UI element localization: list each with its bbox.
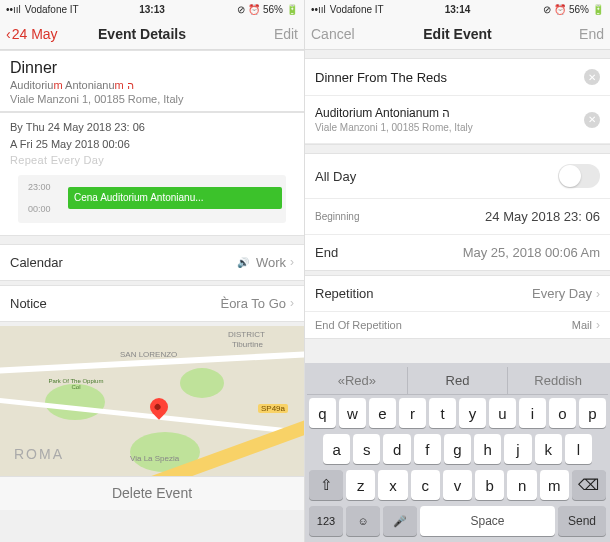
key-m[interactable]: m [540, 470, 569, 500]
suggestion-1[interactable]: «Red» [307, 367, 408, 394]
begin-row[interactable]: Beginning 24 May 2018 23: 06 [305, 198, 610, 234]
calendar-row[interactable]: Calendar 🔊Work› [0, 245, 304, 280]
keyboard-suggestions: «Red» Red Reddish [307, 367, 608, 395]
from-label: By Thu 24 May 2018 23: 06 [10, 119, 294, 136]
key-v[interactable]: v [443, 470, 472, 500]
clear-title-button[interactable]: ✕ [584, 69, 600, 85]
event-details-screen: ••ııl Vodafone IT 13:13 ⊘ ⏰ 56% 🔋 ‹ 24 M… [0, 0, 305, 542]
all-day-toggle[interactable] [558, 164, 600, 188]
end-row[interactable]: End May 25, 2018 00:06 Am [305, 234, 610, 270]
key-g[interactable]: g [444, 434, 471, 464]
map-neighborhood-2: Tiburtine [232, 340, 263, 349]
chevron-right-icon: › [596, 287, 600, 301]
key-p[interactable]: p [579, 398, 606, 428]
key-numbers[interactable]: 123 [309, 506, 343, 536]
end-label: End [315, 245, 338, 260]
done-button[interactable]: End [579, 26, 604, 42]
key-z[interactable]: z [346, 470, 375, 500]
key-d[interactable]: d [383, 434, 410, 464]
key-emoji[interactable]: ☺ [346, 506, 380, 536]
key-e[interactable]: e [369, 398, 396, 428]
map-preview[interactable]: ROMA SAN LORENZO DISTRICT Tiburtine SP49… [0, 326, 304, 476]
time-mark-2: 00:00 [28, 203, 51, 217]
all-day-label: All Day [315, 169, 356, 184]
key-shift[interactable]: ⇧ [309, 470, 343, 500]
suggestion-2[interactable]: Red [408, 367, 509, 394]
edit-event-screen: ••ııl Vodafone IT 13:14 ⊘ ⏰ 56% 🔋 Cancel… [305, 0, 610, 542]
nav-bar: Cancel Edit Event End [305, 18, 610, 50]
calendar-label: Calendar [10, 255, 63, 270]
cancel-button[interactable]: Cancel [311, 26, 355, 42]
backspace-icon: ⌫ [578, 476, 599, 494]
repetition-row[interactable]: Repetition Every Day› [305, 276, 610, 311]
key-r[interactable]: r [399, 398, 426, 428]
keyboard: «Red» Red Reddish q w e r t y u i o p a … [305, 363, 610, 542]
chevron-right-icon: › [290, 255, 294, 269]
key-k[interactable]: k [535, 434, 562, 464]
title-input-row[interactable]: Dinner From The Reds ✕ [305, 59, 610, 96]
chevron-right-icon: › [596, 318, 600, 332]
back-button[interactable]: ‹ 24 May [6, 26, 58, 42]
key-f[interactable]: f [414, 434, 441, 464]
delete-event-button[interactable]: Delete Event [0, 476, 304, 510]
location-input-row[interactable]: Auditorium Antonianum ה Viale Manzoni 1,… [305, 96, 610, 144]
key-n[interactable]: n [507, 470, 536, 500]
clear-location-button[interactable]: ✕ [584, 112, 600, 128]
map-city-label: ROMA [14, 446, 64, 462]
back-label: 24 May [12, 26, 58, 42]
key-i[interactable]: i [519, 398, 546, 428]
repetition-value: Every Day [532, 286, 592, 301]
edit-button[interactable]: Edit [274, 26, 298, 42]
title-input[interactable]: Dinner From The Reds [315, 70, 584, 85]
time-mark-1: 23:00 [28, 181, 51, 195]
key-send[interactable]: Send [558, 506, 606, 536]
key-q[interactable]: q [309, 398, 336, 428]
clock-label: 13:14 [305, 4, 610, 15]
key-w[interactable]: w [339, 398, 366, 428]
location-address: Viale Manzoni 1, 00185 Rome, Italy [315, 122, 584, 133]
key-backspace[interactable]: ⌫ [572, 470, 606, 500]
key-c[interactable]: c [411, 470, 440, 500]
event-header: Dinner Auditorium Antonianum ה Viale Man… [0, 50, 304, 112]
key-j[interactable]: j [504, 434, 531, 464]
event-slot[interactable]: Cena Auditorium Antonianu... [68, 187, 282, 209]
map-road-shield: SP49a [258, 404, 288, 413]
chevron-right-icon: › [290, 296, 294, 310]
begin-label: Beginning [315, 211, 359, 222]
status-bar: ••ııl Vodafone IT 13:14 ⊘ ⏰ 56% 🔋 [305, 0, 610, 18]
timeline-preview: 23:00 00:00 Cena Auditorium Antonianu... [18, 175, 286, 223]
status-bar: ••ııl Vodafone IT 13:13 ⊘ ⏰ 56% 🔋 [0, 0, 304, 18]
suggestion-3[interactable]: Reddish [508, 367, 608, 394]
location-input[interactable]: Auditorium Antonianum ה [315, 106, 584, 120]
key-s[interactable]: s [353, 434, 380, 464]
repeat-label: Repeat Every Day [10, 152, 294, 169]
key-t[interactable]: t [429, 398, 456, 428]
shift-icon: ⇧ [320, 476, 333, 494]
delete-label: Delete Event [112, 485, 192, 501]
map-neighborhood-1: SAN LORENZO [120, 350, 177, 359]
map-street-label: Via La Spezia [130, 454, 179, 463]
event-time-block: By Thu 24 May 2018 23: 06 A Fri 25 May 2… [0, 112, 304, 236]
notice-row[interactable]: Notice Èora To Go› [0, 286, 304, 321]
begin-value: 24 May 2018 23: 06 [485, 209, 600, 224]
map-district-label: DISTRICT [228, 330, 265, 339]
all-day-row[interactable]: All Day [305, 154, 610, 198]
key-space[interactable]: Space [420, 506, 555, 536]
key-x[interactable]: x [378, 470, 407, 500]
chevron-left-icon: ‹ [6, 26, 11, 42]
to-label: A Fri 25 May 2018 00:06 [10, 136, 294, 153]
nav-bar: ‹ 24 May Event Details Edit [0, 18, 304, 50]
mic-icon: 🎤 [393, 515, 407, 528]
repetition-end-row[interactable]: End Of Repetition Mail› [305, 311, 610, 338]
key-mic[interactable]: 🎤 [383, 506, 417, 536]
key-u[interactable]: u [489, 398, 516, 428]
repetition-end-value: Mail [572, 319, 592, 331]
key-b[interactable]: b [475, 470, 504, 500]
key-o[interactable]: o [549, 398, 576, 428]
event-title: Dinner [10, 59, 294, 77]
repetition-end-label: End Of Repetition [315, 319, 402, 331]
key-y[interactable]: y [459, 398, 486, 428]
key-l[interactable]: l [565, 434, 592, 464]
key-a[interactable]: a [323, 434, 350, 464]
key-h[interactable]: h [474, 434, 501, 464]
